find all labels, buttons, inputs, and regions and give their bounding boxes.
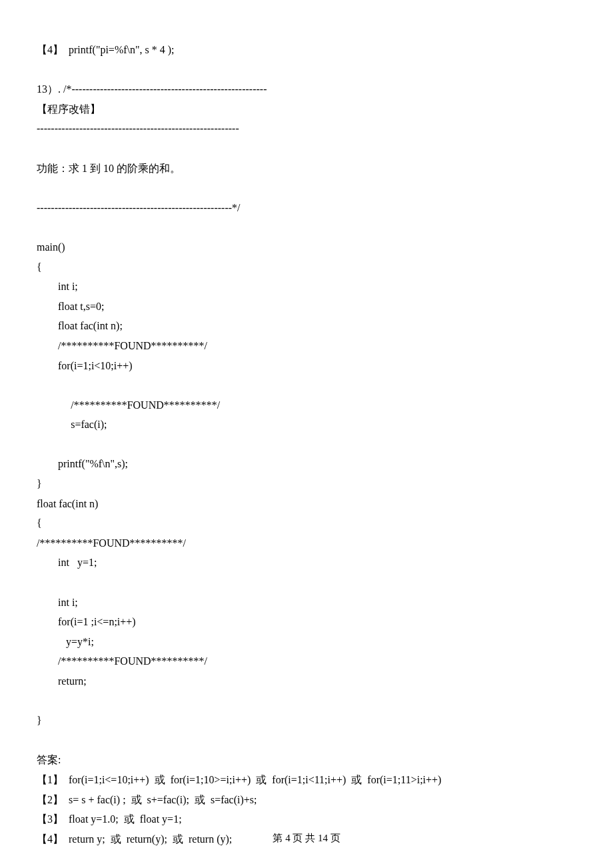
text-line: /**********FOUND**********/ [37,395,576,415]
text-line: } [37,711,576,731]
text-line: return; [37,671,576,691]
text-line: } [37,474,576,494]
text-line: 功能：求 1 到 10 的阶乘的和。 [37,159,576,179]
blank-line [37,731,576,751]
text-line: 答案: [37,750,576,770]
blank-line [37,60,576,80]
blank-line [37,435,576,455]
blank-line [37,178,576,198]
text-line: /**********FOUND**********/ [37,651,576,671]
text-line: 【3】 float y=1.0; 或 float y=1; [37,809,576,829]
text-line: printf("%f\n",s); [37,454,576,474]
text-line: for(i=1;i<10;i++) [37,356,576,376]
text-line: ----------------------------------------… [37,119,576,139]
text-line: y=y*i; [37,632,576,652]
text-line: /**********FOUND**********/ [37,533,576,553]
blank-line [37,139,576,159]
text-line: int y=1; [37,553,576,573]
text-line: 【2】 s= s + fac(i) ; 或 s+=fac(i); 或 s=fac… [37,790,576,810]
text-line: float t,s=0; [37,297,576,317]
blank-line [37,375,576,395]
blank-line [37,691,576,711]
blank-line [37,217,576,237]
blank-line [37,573,576,593]
text-line: { [37,257,576,277]
text-line: /**********FOUND**********/ [37,336,576,356]
text-line: int i; [37,593,576,613]
text-line: ----------------------------------------… [37,198,576,218]
text-line: 13）. /*---------------------------------… [37,79,576,99]
text-line: float fac(int n) [37,494,576,514]
text-line: float fac(int n); [37,316,576,336]
text-line: main() [37,237,576,257]
text-line: int i; [37,277,576,297]
text-line: { [37,513,576,533]
text-line: 【程序改错】 [37,99,576,119]
text-line: s=fac(i); [37,415,576,435]
text-line: 【4】 printf("pi=%f\n", s * 4 ); [37,40,576,60]
document-content: 【4】 printf("pi=%f\n", s * 4 );13）. /*---… [37,40,576,868]
text-line: for(i=1 ;i<=n;i++) [37,612,576,632]
text-line: 【1】 for(i=1;i<=10;i++) 或 for(i=1;10>=i;i… [37,770,576,790]
page-footer: 第 4 页 共 14 页 [0,829,613,848]
blank-line [37,849,576,868]
